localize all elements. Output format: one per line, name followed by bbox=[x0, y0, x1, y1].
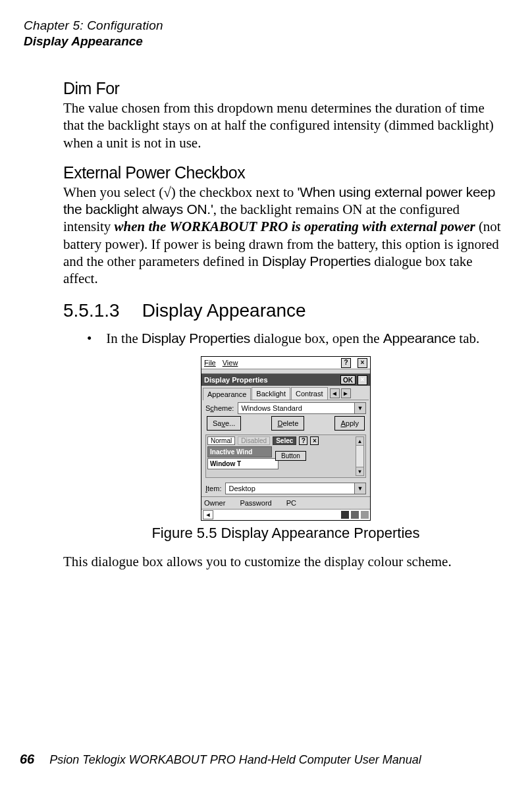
extpower-pre: When you select (√) the checkbox next to bbox=[63, 184, 298, 200]
preview-inactive-window: Inactive Wind bbox=[207, 446, 272, 458]
menu-view[interactable]: View bbox=[223, 359, 238, 367]
chapter-line: Chapter 5: Configuration bbox=[24, 18, 508, 33]
titlebar-text: Display Properties bbox=[204, 376, 338, 384]
save-button[interactable]: Save... bbox=[207, 416, 241, 431]
screenshot-figure: File View ? × Display Properties OK × Ap… bbox=[201, 356, 371, 521]
footer: 66 Psion Teklogix WORKABOUT PRO Hand-Hel… bbox=[20, 752, 421, 767]
figure-caption: Figure 5.5 Display Appearance Properties bbox=[63, 525, 508, 542]
bullet-pre: In the bbox=[106, 330, 142, 346]
scheme-label: Scheme: bbox=[205, 404, 234, 412]
heading-ext-power: External Power Checkbox bbox=[63, 163, 508, 182]
numbered-heading: 5.5.1.3 Display Appearance bbox=[63, 300, 508, 321]
bullet-row: • In the Display Properties dialogue box… bbox=[87, 330, 508, 347]
item-chevron-down-icon[interactable]: ▼ bbox=[354, 483, 365, 494]
closing-text: This dialogue box allows you to customiz… bbox=[63, 554, 508, 570]
bullet-post: tab. bbox=[456, 330, 479, 346]
tab-contrast[interactable]: Contrast bbox=[291, 387, 328, 400]
scheme-value: Windows Standard bbox=[241, 404, 302, 412]
page-number: 66 bbox=[20, 752, 34, 766]
preview-button: Button bbox=[275, 451, 306, 461]
preview-help-icon[interactable]: ? bbox=[299, 436, 307, 445]
bullet-mid: dialogue box, open the bbox=[250, 330, 383, 346]
preview-selected: Selec bbox=[273, 436, 296, 445]
close-icon[interactable]: × bbox=[358, 358, 367, 368]
item-label: Item: bbox=[205, 485, 221, 492]
taskbar: Owner Password PC bbox=[201, 496, 370, 509]
numbered-title: Display Appearance bbox=[142, 300, 306, 321]
delete-button[interactable]: Delete bbox=[271, 416, 304, 431]
section-line: Display Appearance bbox=[24, 34, 508, 49]
dialog-close-icon[interactable]: × bbox=[358, 375, 367, 385]
preview-scrollbar[interactable]: ▲ ▼ bbox=[356, 436, 364, 476]
menubar: File View ? × bbox=[201, 357, 370, 369]
apply-button[interactable]: Apply bbox=[334, 416, 365, 431]
statusbar-scroll-left-icon[interactable]: ◄ bbox=[203, 510, 213, 519]
bullet-dp: Display Properties bbox=[142, 330, 250, 346]
extpower-dp: Display Properties bbox=[262, 253, 371, 269]
task-owner[interactable]: Owner bbox=[204, 499, 225, 507]
help-icon[interactable]: ? bbox=[341, 358, 351, 368]
statusbar-icon bbox=[351, 511, 359, 519]
bullet-marker: • bbox=[87, 330, 92, 347]
tab-strip: Appearance Backlight Contrast ◄ ► bbox=[203, 387, 369, 400]
task-password[interactable]: Password bbox=[240, 499, 271, 507]
scroll-up-icon[interactable]: ▲ bbox=[356, 437, 363, 446]
numbered-num: 5.5.1.3 bbox=[63, 300, 120, 321]
scroll-down-icon[interactable]: ▼ bbox=[356, 467, 363, 475]
titlebar: Display Properties OK × bbox=[201, 374, 370, 386]
statusbar-icon bbox=[341, 511, 349, 519]
preview-close-icon[interactable]: × bbox=[310, 436, 319, 445]
bullet-ap: Appearance bbox=[383, 330, 456, 346]
tab-scroll-left-icon[interactable]: ◄ bbox=[330, 388, 340, 398]
bullet-text: In the Display Properties dialogue box, … bbox=[106, 330, 479, 347]
body-ext-power: When you select (√) the checkbox next to… bbox=[63, 184, 508, 288]
preview-normal: Normal bbox=[207, 436, 235, 445]
menu-file[interactable]: File bbox=[204, 359, 216, 367]
footer-text: Psion Teklogix WORKABOUT PRO Hand-Held C… bbox=[49, 753, 421, 766]
heading-dim-for: Dim For bbox=[63, 79, 508, 98]
statusbar-icon bbox=[361, 511, 369, 519]
extpower-emph: when the WORKABOUT PRO is operating with… bbox=[115, 219, 475, 234]
item-value: Desktop bbox=[228, 485, 255, 492]
tab-backlight[interactable]: Backlight bbox=[252, 387, 290, 400]
tab-appearance[interactable]: Appearance bbox=[203, 388, 251, 400]
chevron-down-icon[interactable]: ▼ bbox=[354, 403, 365, 413]
scheme-select[interactable]: Windows Standard ▼ bbox=[238, 402, 366, 414]
ok-button[interactable]: OK bbox=[340, 375, 356, 384]
tab-scroll-right-icon[interactable]: ► bbox=[341, 388, 351, 398]
preview-disabled: Disabled bbox=[238, 436, 270, 445]
statusbar: ◄ bbox=[201, 509, 370, 520]
preview-pane: Normal Disabled Selec ? × Inactive Wind … bbox=[205, 434, 366, 478]
body-dim-for: The value chosen from this dropdown menu… bbox=[63, 99, 508, 151]
preview-window: Window T bbox=[207, 458, 279, 469]
item-select[interactable]: Desktop ▼ bbox=[225, 483, 366, 494]
task-pc[interactable]: PC bbox=[286, 499, 296, 507]
